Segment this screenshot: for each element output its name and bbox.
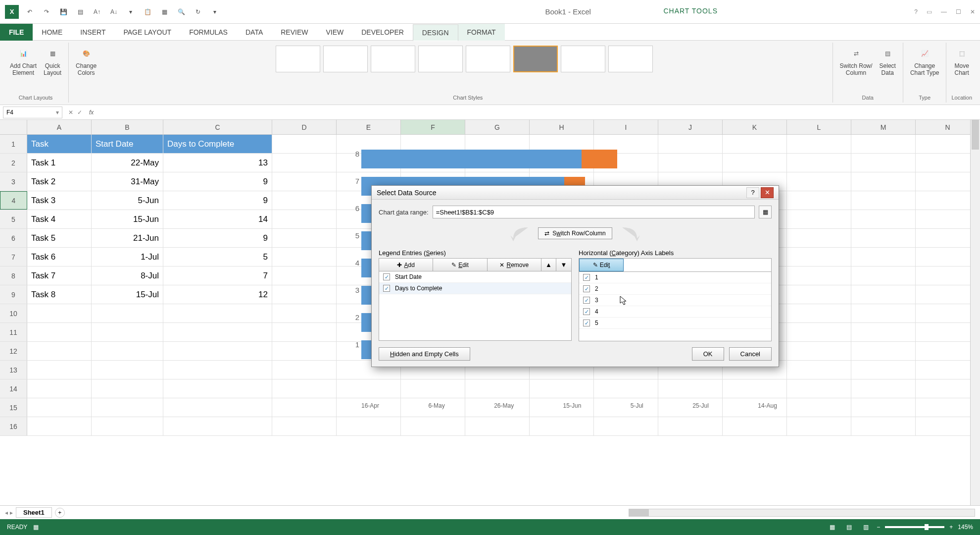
category-list[interactable]: ✓1✓2✓3✓4✓5 xyxy=(579,272,772,341)
row-header[interactable]: 9 xyxy=(0,285,27,304)
row-header[interactable]: 7 xyxy=(0,248,27,266)
cell[interactable] xyxy=(92,417,163,435)
cell[interactable] xyxy=(163,417,272,435)
enter-formula-icon[interactable]: ✓ xyxy=(77,109,82,116)
cell[interactable]: 1-Jul xyxy=(92,248,163,266)
checkbox[interactable]: ✓ xyxy=(383,285,390,292)
cell[interactable] xyxy=(787,172,851,191)
switch-row-column-button[interactable]: ⇄ Switch Row/ Column xyxy=(838,45,875,78)
tab-data[interactable]: DATA xyxy=(237,24,272,41)
cell[interactable]: 31-May xyxy=(92,172,163,191)
close-button[interactable]: ✕ xyxy=(970,8,975,15)
switch-row-column-dialog-button[interactable]: ⇄ Switch Row/Column xyxy=(538,227,612,239)
normal-view-button[interactable]: ▦ xyxy=(826,522,838,532)
macro-record-icon[interactable]: ▦ xyxy=(33,524,39,531)
cell[interactable] xyxy=(27,323,92,341)
zoom-in-button[interactable]: + xyxy=(949,524,953,531)
new-button[interactable]: ▦ xyxy=(157,5,171,19)
cell[interactable]: 8-Jul xyxy=(92,267,163,285)
column-header[interactable]: E xyxy=(337,120,401,134)
cell[interactable]: Task 3 xyxy=(27,191,92,210)
maximize-button[interactable]: ☐ xyxy=(956,8,961,15)
cell[interactable]: 9 xyxy=(163,229,272,247)
cell[interactable] xyxy=(851,379,916,398)
axis-edit-button[interactable]: ✎Edit xyxy=(579,259,624,271)
dialog-close-button[interactable]: ✕ xyxy=(761,187,774,198)
series-edit-button[interactable]: ✎Edit xyxy=(433,259,487,271)
change-chart-type-button[interactable]: 📈 Change Chart Type xyxy=(908,45,941,78)
tab-developer[interactable]: DEVELOPER xyxy=(352,24,413,41)
cell[interactable] xyxy=(787,248,851,266)
cell[interactable]: 15-Jul xyxy=(92,285,163,304)
cell[interactable] xyxy=(851,417,916,435)
cell[interactable] xyxy=(92,398,163,417)
vertical-scrollbar-thumb[interactable] xyxy=(972,120,979,150)
cell[interactable]: Task 8 xyxy=(27,285,92,304)
cell[interactable] xyxy=(787,154,851,172)
cell[interactable] xyxy=(92,361,163,379)
cell[interactable] xyxy=(787,323,851,341)
column-header[interactable]: D xyxy=(272,120,337,134)
series-move-down-button[interactable]: ▼ xyxy=(556,259,571,271)
cell[interactable]: Task 5 xyxy=(27,229,92,247)
hidden-empty-cells-button[interactable]: Hidden and Empty Cells xyxy=(379,347,470,361)
cell[interactable] xyxy=(92,342,163,360)
column-header[interactable]: C xyxy=(163,120,272,134)
cell[interactable] xyxy=(92,323,163,341)
row-header[interactable]: 5 xyxy=(0,210,27,228)
name-box-dropdown-icon[interactable]: ▾ xyxy=(51,109,59,116)
chart-style-thumb[interactable] xyxy=(513,46,558,72)
column-header[interactable]: G xyxy=(465,120,530,134)
cell[interactable] xyxy=(787,229,851,247)
select-all-corner[interactable] xyxy=(0,120,27,134)
row-header[interactable]: 1 xyxy=(0,135,27,153)
series-remove-button[interactable]: ✕Remove xyxy=(488,259,541,271)
column-header[interactable]: I xyxy=(594,120,658,134)
sheet-nav-prev[interactable]: ◂ xyxy=(5,509,8,516)
row-header[interactable]: 8 xyxy=(0,267,27,285)
cell[interactable] xyxy=(787,210,851,228)
tab-insert[interactable]: INSERT xyxy=(71,24,114,41)
category-list-item[interactable]: ✓1 xyxy=(579,272,771,283)
cell[interactable] xyxy=(851,210,916,228)
cell[interactable] xyxy=(27,361,92,379)
horizontal-scrollbar[interactable] xyxy=(629,509,975,517)
chart-style-thumb[interactable] xyxy=(561,46,605,72)
tab-review[interactable]: REVIEW xyxy=(272,24,317,41)
chart-style-thumb[interactable] xyxy=(276,46,320,72)
page-layout-view-button[interactable]: ▤ xyxy=(843,522,855,532)
category-list-item[interactable]: ✓2 xyxy=(579,283,771,295)
cell[interactable] xyxy=(851,229,916,247)
vertical-scrollbar[interactable] xyxy=(970,120,980,505)
cell[interactable] xyxy=(787,267,851,285)
cell[interactable] xyxy=(163,398,272,417)
checkbox[interactable]: ✓ xyxy=(583,320,590,326)
row-header[interactable]: 15 xyxy=(0,398,27,417)
zoom-level[interactable]: 145% xyxy=(958,524,973,531)
quick-print-button[interactable]: 🔍 xyxy=(174,5,188,19)
column-header[interactable]: F xyxy=(401,120,465,134)
cell[interactable]: 13 xyxy=(163,154,272,172)
tab-page-layout[interactable]: PAGE LAYOUT xyxy=(114,24,180,41)
redo-button[interactable]: ↷ xyxy=(40,5,53,19)
cell[interactable] xyxy=(851,191,916,210)
zoom-slider-thumb[interactable] xyxy=(925,524,929,530)
cell[interactable] xyxy=(92,304,163,322)
column-header[interactable]: K xyxy=(723,120,787,134)
cell[interactable] xyxy=(787,379,851,398)
cell[interactable]: Task 7 xyxy=(27,267,92,285)
add-chart-element-button[interactable]: 📊 Add Chart Element xyxy=(8,45,39,78)
cell[interactable] xyxy=(851,248,916,266)
cell[interactable] xyxy=(163,342,272,360)
zoom-slider[interactable] xyxy=(885,526,944,528)
cell[interactable] xyxy=(851,304,916,322)
move-chart-button[interactable]: ⬚ Move Chart xyxy=(952,45,972,78)
fx-icon[interactable]: fx xyxy=(89,109,94,116)
dialog-help-button[interactable]: ? xyxy=(746,187,759,198)
row-header[interactable]: 12 xyxy=(0,342,27,360)
row-header[interactable]: 4 xyxy=(0,191,27,210)
row-header[interactable]: 10 xyxy=(0,304,27,322)
chart-style-thumb[interactable] xyxy=(418,46,463,72)
cell[interactable] xyxy=(851,342,916,360)
checkbox[interactable]: ✓ xyxy=(583,285,590,292)
